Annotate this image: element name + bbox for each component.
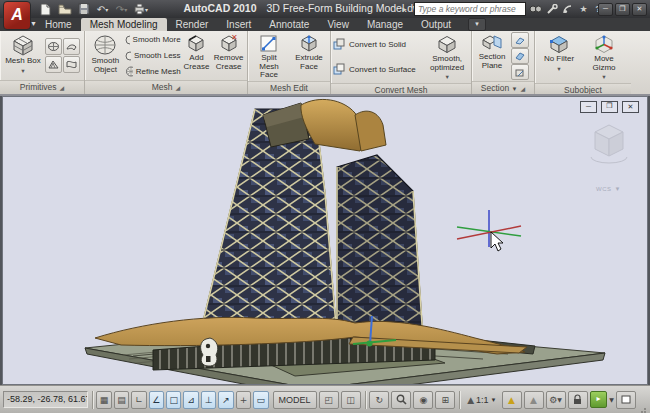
favorites-star-icon[interactable]: ★ — [577, 3, 590, 15]
toggle-dyn[interactable]: ↗ — [218, 391, 233, 409]
toggle-lwt[interactable]: + — [236, 391, 251, 409]
convert-to-surface-button[interactable]: Convert to Surface — [333, 63, 424, 75]
toggle-ducs[interactable]: ⊥ — [201, 391, 216, 409]
steering-wheel-icon[interactable]: ◉ — [413, 391, 433, 409]
annotation-scale-control[interactable]: ▲ 1:1 ▼ — [464, 395, 499, 405]
quick-view-layouts-icon[interactable]: ◰ — [319, 391, 339, 409]
extrude-face-button[interactable]: Extrude Face — [291, 32, 327, 80]
smooth-object-button[interactable]: Smooth Object — [87, 32, 124, 79]
tab-output[interactable]: Output — [412, 18, 460, 31]
no-filter-button[interactable]: No Filter ▼ — [541, 32, 577, 82]
doc-restore-button[interactable]: ❐ — [601, 101, 618, 113]
add-crease-button[interactable]: Add Crease — [182, 32, 212, 79]
annotation-autoscale-icon[interactable]: ▲ — [524, 391, 544, 409]
status-bar: -58.29, -26.78, 61.67 ▦ ▤ ∟ ∠ □ ⊿ ⊥ ↗ + … — [0, 385, 650, 413]
tab-annotate[interactable]: Annotate — [260, 18, 318, 31]
no-filter-cube-icon — [548, 34, 570, 54]
annotation-scale-dropdown-icon: ▼ — [491, 397, 497, 403]
section-settings-icon[interactable] — [511, 64, 529, 80]
smooth-optimized-button[interactable]: Smooth, optimized ▼ — [425, 32, 469, 82]
application-status-menu-button[interactable]: ▸ — [590, 391, 608, 408]
save-button[interactable] — [76, 3, 91, 16]
mesh-edge-surface-icon[interactable] — [63, 38, 80, 55]
toggle-qp[interactable]: ▭ — [253, 391, 268, 409]
panel-label-convert-mesh[interactable]: Convert Mesh — [331, 83, 471, 95]
toggle-ortho[interactable]: ∟ — [131, 391, 146, 409]
section-generate-icon[interactable] — [511, 48, 529, 64]
wcs-indicator[interactable]: WCS ▼ — [596, 183, 621, 193]
quick-view-drawings-icon[interactable]: ◫ — [341, 391, 361, 409]
minimize-button[interactable]: ─ — [598, 3, 613, 16]
panel-label-mesh[interactable]: Mesh◢ — [85, 80, 247, 94]
toggle-osnap[interactable]: □ — [166, 391, 181, 409]
status-menu-dropdown-icon[interactable]: ▼ — [609, 396, 614, 403]
close-button[interactable]: ✕ — [632, 3, 647, 16]
tab-manage[interactable]: Manage — [358, 18, 412, 31]
new-file-button[interactable] — [38, 3, 53, 16]
mesh-box-icon — [11, 34, 35, 56]
search-binoculars-icon[interactable] — [529, 3, 542, 15]
panel-mesh: Smooth Object Smooth More Smooth Less Re… — [85, 31, 248, 94]
mesh-box-button[interactable]: Mesh Box ▼ — [2, 32, 44, 79]
search-input[interactable] — [414, 2, 526, 16]
minimize-ribbon-button[interactable]: ▼ — [468, 18, 486, 31]
subscription-wrench-icon[interactable] — [545, 3, 558, 15]
smooth-object-icon — [93, 34, 117, 56]
resize-grip[interactable] — [640, 404, 647, 413]
tab-insert[interactable]: Insert — [217, 18, 260, 31]
panel-label-section[interactable]: Section ▼◢ — [472, 81, 534, 94]
mesh-revolved-icon[interactable] — [45, 38, 62, 55]
primitive-gallery — [45, 32, 80, 79]
redo-button[interactable]: ↷▾ — [114, 3, 129, 16]
zoom-icon[interactable] — [391, 391, 411, 409]
panel-label-subobject[interactable]: Subobject — [535, 83, 631, 95]
toggle-otrack[interactable]: ⊿ — [183, 391, 198, 409]
refine-mesh-button[interactable]: Refine Mesh — [125, 66, 181, 77]
split-mesh-face-button[interactable]: Split Mesh Face — [251, 32, 287, 80]
refine-mesh-icon — [125, 66, 133, 77]
drawing-viewport[interactable]: ─ ❐ ✕ WCS ▼ — [2, 96, 648, 385]
lock-icon[interactable] — [568, 391, 588, 409]
app-menu-arrow-icon: ▼ — [30, 11, 37, 37]
toggle-polar[interactable]: ∠ — [149, 391, 164, 409]
toggle-snap[interactable]: ▦ — [96, 391, 111, 409]
smooth-more-button[interactable]: Smooth More — [125, 34, 181, 45]
smooth-less-button[interactable]: Smooth Less — [125, 50, 181, 61]
smooth-more-icon — [125, 34, 130, 45]
toggle-grid[interactable]: ▤ — [114, 391, 129, 409]
viewcube[interactable] — [591, 125, 627, 163]
application-menu-button[interactable]: A▼ — [3, 1, 31, 30]
pan-orbit-icon[interactable]: ↻ — [369, 391, 389, 409]
doc-close-button[interactable]: ✕ — [622, 101, 639, 113]
undo-button[interactable]: ↶▾ — [95, 3, 110, 16]
workspace-gear-icon[interactable]: ⚙▼ — [546, 391, 566, 409]
section-live-icon[interactable] — [511, 32, 529, 48]
clean-screen-button[interactable] — [616, 391, 636, 409]
mesh-box-dropdown-icon: ▼ — [20, 67, 25, 76]
plot-button[interactable]: ▾ — [133, 3, 148, 16]
panel-primitives: Mesh Box ▼ Primitives◢ — [0, 31, 85, 94]
panel-label-primitives[interactable]: Primitives◢ — [0, 80, 84, 94]
tab-home[interactable]: Home — [36, 18, 81, 31]
smooth-less-icon — [125, 50, 131, 61]
doc-minimize-button[interactable]: ─ — [580, 101, 597, 113]
open-button[interactable] — [57, 3, 72, 16]
communication-satellite-icon[interactable] — [561, 3, 574, 15]
coordinate-readout[interactable]: -58.29, -26.78, 61.67 — [3, 391, 88, 408]
model-space-button[interactable]: MODEL — [273, 391, 317, 409]
move-gizmo-button[interactable]: Move Gizmo ▼ — [583, 32, 625, 82]
section-plane-button[interactable]: Section Plane — [474, 32, 510, 80]
panel-section: Section Plane Section ▼◢ — [472, 31, 535, 94]
mesh-ruled-icon[interactable] — [45, 56, 62, 73]
annotation-visibility-icon[interactable]: ▲ — [502, 391, 522, 409]
tab-mesh-modeling[interactable]: Mesh Modeling — [81, 18, 167, 31]
panel-label-mesh-edit[interactable]: Mesh Edit — [248, 81, 330, 95]
showmotion-icon[interactable]: ⊞ — [435, 391, 455, 409]
restore-button[interactable]: ❐ — [615, 3, 630, 16]
convert-to-solid-button[interactable]: Convert to Solid — [333, 38, 424, 50]
tab-view[interactable]: View — [318, 18, 358, 31]
tab-render[interactable]: Render — [167, 18, 218, 31]
mesh-tabulated-icon[interactable] — [63, 56, 80, 73]
remove-crease-button[interactable]: ✕ Remove Crease — [212, 32, 245, 79]
infocenter-collapse-icon[interactable]: ▸ — [398, 3, 411, 15]
